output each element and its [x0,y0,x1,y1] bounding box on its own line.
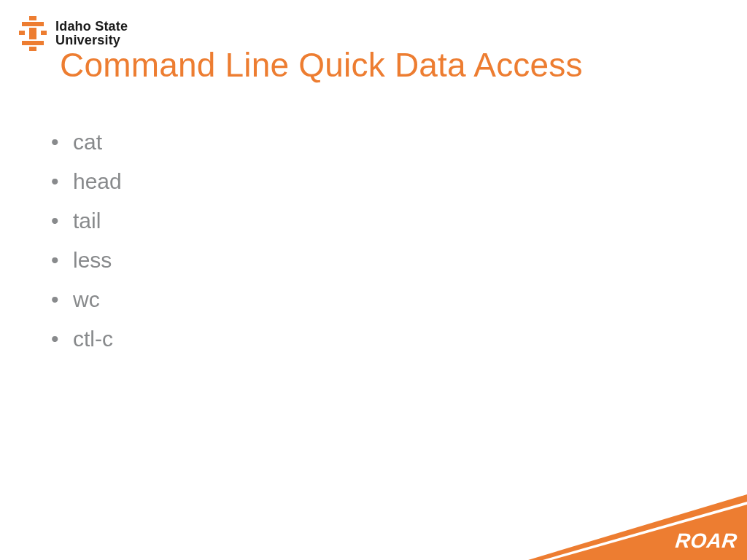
brand-line1: Idaho State [55,20,128,34]
svg-rect-3 [22,41,44,45]
brand-wordmark: Idaho State University [55,20,128,47]
list-item: head [51,171,122,192]
list-item: ctl-c [51,328,122,350]
isu-logo-icon [19,16,47,51]
svg-rect-4 [29,47,36,51]
list-item: less [51,249,122,271]
svg-rect-5 [19,31,25,35]
svg-rect-1 [22,22,44,26]
slide-title: Command Line Quick Data Access [60,45,583,85]
svg-rect-6 [41,31,47,35]
list-item: wc [51,289,122,311]
list-item: cat [51,131,122,153]
svg-rect-0 [29,16,36,20]
roar-label: ROAR [674,529,738,553]
bullet-list: cat head tail less wc ctl-c [51,131,122,368]
svg-rect-2 [29,28,36,39]
footer-wedge: ROAR [528,494,747,560]
slide: Idaho State University Command Line Quic… [0,0,747,560]
list-item: tail [51,210,122,232]
